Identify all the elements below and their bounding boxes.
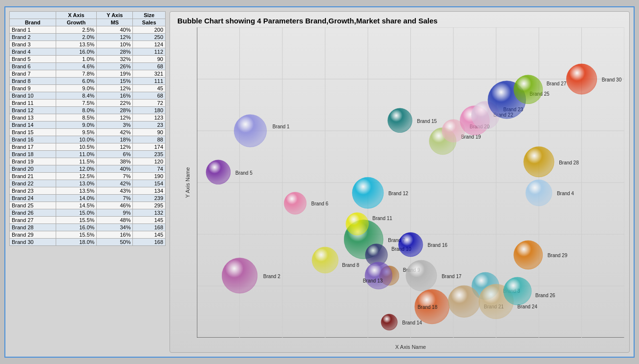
svg-text:Brand 27: Brand 27: [547, 81, 567, 86]
chart-area: Y Axis Name X Axis Name 0%10%20%30%40%50…: [197, 27, 624, 338]
cell-sales: 190: [133, 173, 166, 180]
cell-sales: 74: [133, 165, 166, 173]
cell-growth: 12.0%: [56, 165, 97, 173]
svg-point-58: [352, 177, 383, 208]
table-row: Brand 13 8.5% 12% 123: [10, 114, 166, 121]
cell-growth: 2.0%: [56, 34, 97, 41]
svg-point-90: [524, 146, 554, 177]
cell-brand: Brand 30: [10, 239, 56, 246]
data-table-container: X Axis Y Axis Size Brand Growth MS Sales…: [9, 11, 166, 353]
cell-brand: Brand 23: [10, 187, 56, 195]
cell-ms: 15%: [97, 78, 133, 85]
cell-brand: Brand 7: [10, 70, 56, 78]
cell-growth: 2.5%: [56, 26, 97, 34]
svg-text:Brand 15: Brand 15: [417, 119, 437, 124]
cell-brand: Brand 11: [10, 100, 56, 107]
cell-brand: Brand 1: [10, 26, 56, 34]
svg-point-62: [381, 314, 397, 330]
svg-text:Brand 4: Brand 4: [557, 191, 574, 196]
cell-sales: 23: [133, 121, 166, 129]
cell-brand: Brand 24: [10, 195, 56, 202]
cell-brand: Brand 5: [10, 56, 56, 63]
cell-sales: 168: [133, 224, 166, 231]
cell-ms: 18%: [97, 136, 133, 143]
cell-growth: 14.0%: [56, 195, 97, 202]
bubble-chart: Brand 1Brand 2Brand 3Brand 4Brand 5Brand…: [197, 27, 624, 338]
table-row: Brand 10 8.4% 16% 68: [10, 92, 166, 100]
cell-brand: Brand 28: [10, 224, 56, 231]
col-yaxis-header: Y Axis: [97, 12, 133, 19]
svg-point-50: [312, 247, 339, 273]
cell-growth: 9.0%: [56, 85, 97, 92]
svg-text:Brand 2: Brand 2: [263, 274, 280, 279]
cell-sales: 90: [133, 129, 166, 136]
table-row: Brand 15 9.5% 42% 90: [10, 129, 166, 136]
svg-point-86: [504, 277, 532, 305]
cell-sales: 124: [133, 41, 166, 48]
table-row: Brand 18 11.0% 6% 235: [10, 151, 166, 158]
cell-ms: 38%: [97, 158, 133, 165]
cell-brand: Brand 19: [10, 158, 56, 165]
svg-point-88: [514, 75, 543, 104]
cell-growth: 10.0%: [56, 136, 97, 143]
table-row: Brand 12 8.0% 28% 180: [10, 107, 166, 114]
cell-brand: Brand 9: [10, 85, 56, 92]
cell-growth: 9.5%: [56, 129, 97, 136]
svg-text:Brand 18: Brand 18: [418, 304, 438, 310]
cell-growth: 18.0%: [56, 239, 97, 246]
svg-point-66: [399, 232, 423, 257]
table-row: Brand 22 13.0% 42% 154: [10, 180, 166, 187]
svg-point-46: [284, 192, 306, 214]
cell-sales: 321: [133, 70, 166, 78]
cell-sales: 120: [133, 158, 166, 165]
cell-sales: 112: [133, 48, 166, 56]
table-row: Brand 27 15.5% 48% 145: [10, 217, 166, 224]
y-axis-label: Y Axis Name: [185, 167, 191, 198]
cell-brand: Brand 12: [10, 107, 56, 114]
cell-brand: Brand 4: [10, 48, 56, 56]
svg-point-42: [526, 180, 552, 206]
cell-ms: 12%: [97, 143, 133, 151]
col-xaxis-header: X Axis: [56, 12, 97, 19]
svg-text:Brand 16: Brand 16: [427, 243, 447, 248]
cell-growth: 11.5%: [56, 158, 97, 165]
cell-brand: Brand 26: [10, 209, 56, 217]
table-row: Brand 4 16.0% 28% 112: [10, 48, 166, 56]
cell-ms: 40%: [97, 165, 133, 173]
cell-brand: Brand 18: [10, 151, 56, 158]
cell-ms: 42%: [97, 180, 133, 187]
table-row: Brand 8 6.0% 15% 111: [10, 78, 166, 85]
table-row: Brand 20 12.0% 40% 74: [10, 165, 166, 173]
cell-sales: 235: [133, 151, 166, 158]
svg-point-68: [406, 260, 437, 291]
cell-growth: 13.5%: [56, 187, 97, 195]
cell-ms: 3%: [97, 121, 133, 129]
cell-growth: 16.0%: [56, 48, 97, 56]
cell-ms: 28%: [97, 48, 133, 56]
cell-brand: Brand 6: [10, 63, 56, 70]
table-row: Brand 1 2.5% 40% 200: [10, 26, 166, 34]
chart-container: Bubble Chart showing 4 Parameters Brand,…: [170, 11, 630, 353]
table-row: Brand 6 4.6% 26% 68: [10, 63, 166, 70]
cell-growth: 10.5%: [56, 143, 97, 151]
cell-growth: 1.0%: [56, 56, 97, 63]
cell-brand: Brand 2: [10, 34, 56, 41]
svg-text:Brand 28: Brand 28: [559, 160, 579, 165]
cell-growth: 7.8%: [56, 70, 97, 78]
cell-brand: Brand 10: [10, 92, 56, 100]
table-row: Brand 25 14.5% 46% 295: [10, 202, 166, 209]
cell-growth: 6.0%: [56, 78, 97, 85]
cell-growth: 13.5%: [56, 41, 97, 48]
cell-sales: 295: [133, 202, 166, 209]
cell-ms: 48%: [97, 217, 133, 224]
cell-ms: 12%: [97, 85, 133, 92]
table-row: Brand 5 1.0% 32% 90: [10, 56, 166, 63]
col-sales-sub: Sales: [133, 19, 166, 26]
table-row: Brand 3 13.5% 10% 124: [10, 41, 166, 48]
table-row: Brand 2 2.0% 12% 250: [10, 34, 166, 41]
cell-ms: 7%: [97, 173, 133, 180]
svg-point-38: [222, 258, 257, 293]
svg-text:Brand 14: Brand 14: [402, 320, 422, 325]
cell-ms: 28%: [97, 107, 133, 114]
table-row: Brand 16 10.0% 18% 88: [10, 136, 166, 143]
